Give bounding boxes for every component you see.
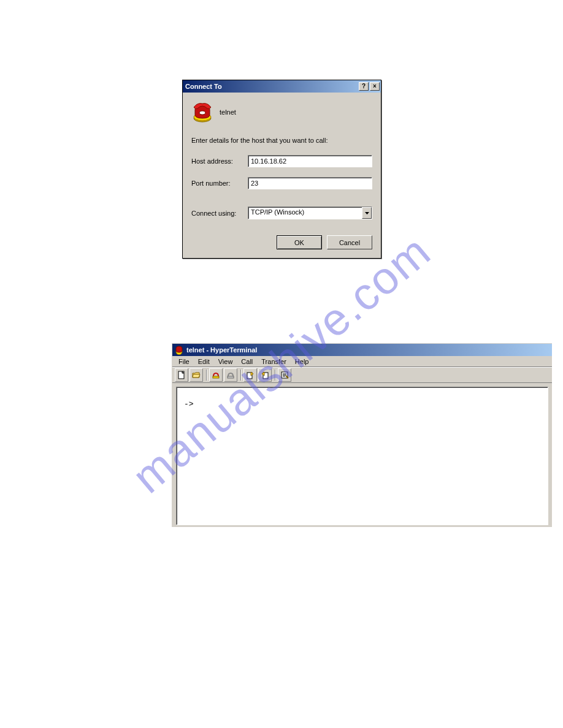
svg-rect-6 — [228, 376, 234, 378]
menu-transfer[interactable]: Transfer — [258, 357, 290, 366]
connect-using-label: Connect using: — [191, 210, 248, 217]
dialog-prompt: Enter details for the host that you want… — [191, 137, 372, 144]
connect-to-dialog: Connect To ? × telnet Enter details for … — [182, 80, 381, 259]
menu-call[interactable]: Call — [237, 357, 256, 366]
toolbar-send-icon[interactable] — [243, 368, 257, 382]
phone-modem-icon — [191, 101, 213, 123]
toolbar — [172, 367, 552, 383]
connection-name: telnet — [220, 108, 236, 116]
menu-edit[interactable]: Edit — [194, 357, 213, 366]
connect-using-value: TCP/IP (Winsock) — [248, 207, 362, 219]
menu-help[interactable]: Help — [291, 357, 313, 366]
toolbar-properties-icon[interactable] — [278, 368, 291, 382]
connect-using-select[interactable]: TCP/IP (Winsock) — [248, 207, 372, 219]
cancel-button[interactable]: Cancel — [327, 235, 372, 249]
dropdown-arrow-icon[interactable] — [362, 207, 372, 219]
toolbar-separator — [273, 368, 277, 382]
svg-rect-5 — [213, 376, 219, 378]
hyperterminal-window: telnet - HyperTerminal File Edit View Ca… — [172, 343, 552, 527]
toolbar-separator — [204, 368, 208, 382]
toolbar-receive-icon[interactable] — [258, 368, 272, 382]
dialog-titlebar[interactable]: Connect To ? × — [183, 80, 381, 93]
port-number-label: Port number: — [191, 180, 248, 187]
ok-button[interactable]: OK — [277, 235, 322, 249]
toolbar-new-icon[interactable] — [175, 368, 188, 382]
toolbar-connect-icon[interactable] — [209, 368, 223, 382]
toolbar-open-icon[interactable] — [190, 368, 203, 382]
menu-view[interactable]: View — [215, 357, 237, 366]
host-address-input[interactable] — [248, 155, 372, 167]
menubar: File Edit View Call Transfer Help — [172, 356, 552, 367]
toolbar-disconnect-icon[interactable] — [224, 368, 237, 382]
window-title: telnet - HyperTerminal — [186, 346, 257, 354]
dialog-title: Connect To — [185, 83, 358, 90]
svg-point-2 — [199, 111, 205, 115]
port-number-input[interactable] — [248, 177, 372, 189]
terminal-area[interactable]: -> — [176, 387, 548, 525]
close-button[interactable]: × — [370, 82, 380, 91]
hyperterminal-icon — [174, 345, 184, 355]
help-button[interactable]: ? — [359, 82, 369, 91]
host-address-label: Host address: — [191, 157, 248, 165]
dialog-body: telnet Enter details for the host that y… — [183, 93, 381, 258]
window-titlebar[interactable]: telnet - HyperTerminal — [172, 344, 552, 356]
terminal-prompt: -> — [184, 400, 194, 409]
menu-file[interactable]: File — [175, 357, 193, 366]
toolbar-separator — [239, 368, 242, 382]
